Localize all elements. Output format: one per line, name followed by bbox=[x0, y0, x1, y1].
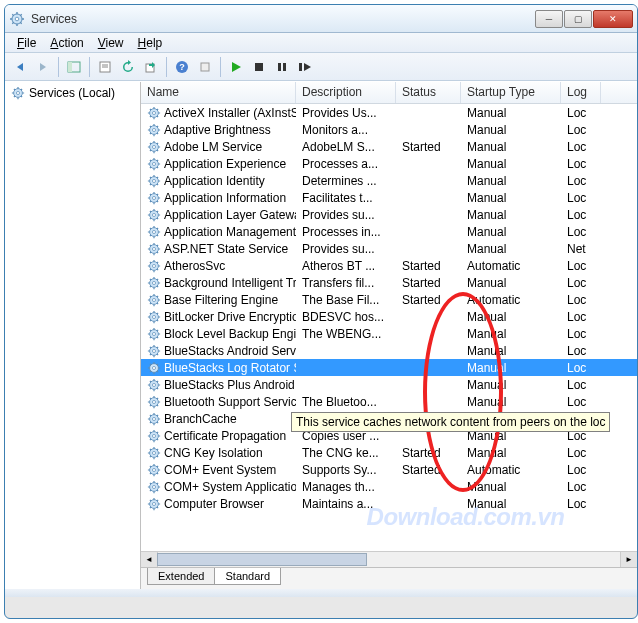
gear-icon bbox=[147, 123, 161, 137]
service-description: The Bluetoo... bbox=[296, 395, 396, 409]
service-row[interactable]: Adaptive BrightnessMonitors a...ManualLo… bbox=[141, 121, 637, 138]
help-button[interactable]: ? bbox=[171, 56, 193, 78]
service-row[interactable]: Bluetooth Support ServiceThe Bluetoo...M… bbox=[141, 393, 637, 410]
menu-file[interactable]: File bbox=[11, 35, 42, 51]
service-logon: Loc bbox=[561, 497, 601, 511]
service-status: Started bbox=[396, 446, 461, 460]
service-name: COM+ Event System bbox=[164, 463, 276, 477]
service-logon: Loc bbox=[561, 293, 601, 307]
service-name: AtherosSvc bbox=[164, 259, 225, 273]
service-row[interactable]: Block Level Backup Engine Ser...The WBEN… bbox=[141, 325, 637, 342]
service-name: ActiveX Installer (AxInstSV) bbox=[164, 106, 296, 120]
service-startup-type: Manual bbox=[461, 480, 561, 494]
service-logon: Loc bbox=[561, 225, 601, 239]
gear-icon bbox=[147, 378, 161, 392]
service-row[interactable]: Computer BrowserMaintains a...ManualLoc bbox=[141, 495, 637, 512]
service-logon: Loc bbox=[561, 310, 601, 324]
col-header-description[interactable]: Description bbox=[296, 82, 396, 103]
menu-view[interactable]: View bbox=[92, 35, 130, 51]
service-logon: Net bbox=[561, 242, 601, 256]
service-name: Adaptive Brightness bbox=[164, 123, 271, 137]
service-logon: Loc bbox=[561, 123, 601, 137]
tree-root-services-local[interactable]: Services (Local) bbox=[7, 84, 138, 102]
services-window: Services ─ ▢ ✕ File Action View Help ? bbox=[4, 4, 638, 619]
service-description: Atheros BT ... bbox=[296, 259, 396, 273]
client-area: Services (Local) Name Description Status… bbox=[5, 81, 637, 589]
gear-icon bbox=[147, 310, 161, 324]
service-row[interactable]: BlueStacks Android ServiceManualLoc bbox=[141, 342, 637, 359]
svg-rect-14 bbox=[299, 63, 302, 71]
col-header-status[interactable]: Status bbox=[396, 82, 461, 103]
service-row[interactable]: ActiveX Installer (AxInstSV)Provides Us.… bbox=[141, 104, 637, 121]
service-row[interactable]: COM+ System ApplicationManages th...Manu… bbox=[141, 478, 637, 495]
service-logon: Loc bbox=[561, 327, 601, 341]
service-description: Provides Us... bbox=[296, 106, 396, 120]
svg-rect-3 bbox=[68, 62, 72, 72]
restart-service-button[interactable] bbox=[294, 56, 316, 78]
tree-root-label: Services (Local) bbox=[29, 86, 115, 100]
service-row[interactable]: Adobe LM ServiceAdobeLM S...StartedManua… bbox=[141, 138, 637, 155]
menu-action[interactable]: Action bbox=[44, 35, 89, 51]
service-row[interactable]: COM+ Event SystemSupports Sy...StartedAu… bbox=[141, 461, 637, 478]
service-row[interactable]: Application ExperienceProcesses a...Manu… bbox=[141, 155, 637, 172]
service-logon: Loc bbox=[561, 344, 601, 358]
service-startup-type: Manual bbox=[461, 191, 561, 205]
maximize-button[interactable]: ▢ bbox=[564, 10, 592, 28]
gear-icon bbox=[147, 497, 161, 511]
tab-standard[interactable]: Standard bbox=[214, 568, 281, 585]
stop-service-button[interactable] bbox=[248, 56, 270, 78]
service-logon: Loc bbox=[561, 446, 601, 460]
app-icon bbox=[9, 11, 25, 27]
service-row[interactable]: ASP.NET State ServiceProvides su...Manua… bbox=[141, 240, 637, 257]
service-description: Facilitates t... bbox=[296, 191, 396, 205]
titlebar[interactable]: Services ─ ▢ ✕ bbox=[5, 5, 637, 33]
gear-icon bbox=[147, 106, 161, 120]
service-startup-type: Manual bbox=[461, 157, 561, 171]
service-row[interactable]: Background Intelligent Transf...Transfer… bbox=[141, 274, 637, 291]
svg-rect-12 bbox=[278, 63, 281, 71]
service-description: Processes a... bbox=[296, 157, 396, 171]
tree-pane[interactable]: Services (Local) bbox=[5, 82, 141, 589]
forward-button[interactable] bbox=[32, 56, 54, 78]
service-list[interactable]: ActiveX Installer (AxInstSV)Provides Us.… bbox=[141, 104, 637, 567]
col-header-startup-type[interactable]: Startup Type bbox=[461, 82, 561, 103]
start-service-button[interactable] bbox=[225, 56, 247, 78]
service-row[interactable]: Application Layer Gateway Ser...Provides… bbox=[141, 206, 637, 223]
service-row[interactable]: BlueStacks Plus Android Servi...ManualLo… bbox=[141, 376, 637, 393]
tab-extended[interactable]: Extended bbox=[147, 568, 215, 585]
menu-help[interactable]: Help bbox=[132, 35, 169, 51]
back-button[interactable] bbox=[9, 56, 31, 78]
col-header-name[interactable]: Name bbox=[141, 82, 296, 103]
service-name: Application Identity bbox=[164, 174, 265, 188]
service-logon: Loc bbox=[561, 106, 601, 120]
pause-service-button[interactable] bbox=[271, 56, 293, 78]
refresh-button[interactable] bbox=[117, 56, 139, 78]
show-hide-tree-button[interactable] bbox=[63, 56, 85, 78]
gear-icon bbox=[147, 395, 161, 409]
service-description: Transfers fil... bbox=[296, 276, 396, 290]
minimize-button[interactable]: ─ bbox=[535, 10, 563, 28]
col-header-logon[interactable]: Log bbox=[561, 82, 601, 103]
service-startup-type: Manual bbox=[461, 446, 561, 460]
service-row[interactable]: AtherosSvcAtheros BT ...StartedAutomatic… bbox=[141, 257, 637, 274]
service-logon: Loc bbox=[561, 276, 601, 290]
service-name: COM+ System Application bbox=[164, 480, 296, 494]
service-startup-type: Manual bbox=[461, 225, 561, 239]
scrollbar-thumb[interactable] bbox=[157, 553, 367, 566]
properties-button[interactable] bbox=[94, 56, 116, 78]
service-row[interactable]: Application InformationFacilitates t...M… bbox=[141, 189, 637, 206]
toolbar-extra-button[interactable] bbox=[194, 56, 216, 78]
service-row[interactable]: BlueStacks Log Rotator ServiceManualLoc bbox=[141, 359, 637, 376]
service-row[interactable]: Base Filtering EngineThe Base Fil...Star… bbox=[141, 291, 637, 308]
service-row[interactable]: Application ManagementProcesses in...Man… bbox=[141, 223, 637, 240]
horizontal-scrollbar[interactable] bbox=[141, 551, 637, 567]
service-status: Started bbox=[396, 463, 461, 477]
service-status: Started bbox=[396, 293, 461, 307]
service-row[interactable]: BitLocker Drive Encryption Ser...BDESVC … bbox=[141, 308, 637, 325]
service-status: Started bbox=[396, 140, 461, 154]
service-row[interactable]: CNG Key IsolationThe CNG ke...StartedMan… bbox=[141, 444, 637, 461]
service-row[interactable]: Application IdentityDetermines ...Manual… bbox=[141, 172, 637, 189]
export-button[interactable] bbox=[140, 56, 162, 78]
gear-icon bbox=[147, 259, 161, 273]
close-button[interactable]: ✕ bbox=[593, 10, 633, 28]
